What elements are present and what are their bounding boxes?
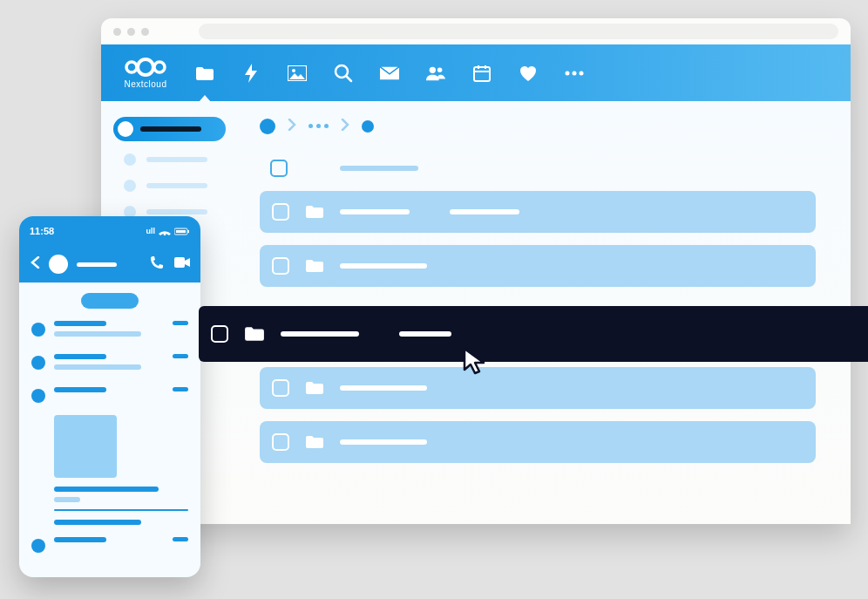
chevron-right-icon — [341, 117, 349, 135]
traffic-maximize[interactable] — [141, 28, 149, 36]
sidebar-primary-action[interactable] — [113, 117, 226, 141]
breadcrumb-current[interactable] — [362, 120, 374, 133]
traffic-close[interactable] — [113, 28, 121, 36]
attachment-caption — [54, 487, 159, 492]
svg-point-17 — [164, 233, 166, 235]
svg-rect-21 — [174, 257, 185, 268]
folder-icon — [244, 326, 265, 342]
folder-icon — [305, 205, 324, 219]
url-bar[interactable] — [199, 24, 838, 39]
nav-activity[interactable] — [241, 64, 261, 83]
attachment-thumbnail[interactable] — [54, 415, 117, 478]
breadcrumb-home[interactable] — [260, 119, 275, 134]
sidebar-dot-icon — [124, 153, 136, 166]
svg-point-9 — [437, 67, 443, 72]
back-icon[interactable] — [30, 256, 40, 272]
chat-attachment[interactable] — [54, 415, 188, 525]
nav-calendar[interactable] — [472, 64, 492, 83]
chat-message[interactable] — [31, 537, 188, 553]
chat-message[interactable] — [31, 387, 188, 403]
sidebar-dot-icon — [124, 180, 136, 192]
file-name — [281, 331, 359, 337]
video-icon[interactable] — [174, 255, 190, 273]
svg-point-8 — [430, 66, 436, 72]
message-text-line — [54, 387, 106, 392]
select-all-checkbox[interactable] — [270, 160, 288, 177]
divider — [54, 509, 188, 511]
browser-titlebar — [101, 18, 851, 44]
file-name — [340, 385, 427, 391]
sidebar-item-1[interactable] — [124, 153, 251, 166]
breadcrumb — [260, 117, 816, 135]
nav-files[interactable] — [195, 64, 214, 83]
row-checkbox[interactable] — [272, 203, 289, 221]
breadcrumb-overflow[interactable] — [309, 124, 329, 128]
svg-point-14 — [566, 71, 570, 75]
chat-title — [77, 262, 117, 267]
avatar — [31, 389, 45, 403]
row-checkbox[interactable] — [272, 257, 289, 275]
row-checkbox[interactable] — [272, 433, 289, 451]
sidebar-item-label — [146, 209, 207, 214]
nav-more[interactable] — [565, 64, 584, 83]
sidebar-primary-dot — [118, 121, 133, 137]
chevron-right-icon — [288, 117, 296, 135]
avatar — [31, 356, 45, 370]
file-row[interactable] — [260, 367, 816, 409]
file-name — [340, 439, 427, 445]
file-meta — [399, 331, 451, 337]
folder-icon — [305, 381, 324, 395]
file-name — [340, 263, 427, 269]
svg-rect-10 — [474, 67, 490, 81]
svg-point-2 — [154, 62, 165, 72]
svg-point-4 — [292, 69, 295, 72]
date-chip — [81, 293, 139, 309]
chat-message[interactable] — [31, 321, 188, 342]
avatar[interactable] — [49, 255, 68, 274]
message-text-line — [54, 331, 141, 337]
message-timestamp — [173, 321, 188, 325]
message-timestamp — [173, 537, 188, 541]
svg-point-0 — [126, 62, 137, 72]
nav-contacts[interactable] — [426, 64, 445, 83]
file-row[interactable] — [260, 421, 816, 463]
column-name-header[interactable] — [340, 166, 418, 171]
phone-signal: ull — [146, 227, 191, 235]
phone-time: 11:58 — [30, 226, 54, 236]
message-text-line — [54, 537, 106, 542]
sidebar-primary-label — [140, 126, 201, 132]
sidebar-item-2[interactable] — [124, 180, 251, 192]
nav-favorites[interactable] — [519, 64, 538, 83]
svg-point-16 — [580, 71, 584, 75]
chat-message[interactable] — [31, 354, 188, 375]
message-timestamp — [173, 387, 188, 391]
avatar — [31, 323, 45, 337]
attachment-meta — [54, 497, 80, 502]
nav-search[interactable] — [334, 64, 353, 83]
folder-icon — [305, 259, 324, 273]
file-meta — [450, 209, 519, 214]
nav-gallery[interactable] — [288, 64, 307, 83]
avatar — [31, 539, 45, 553]
file-row[interactable] — [260, 245, 816, 287]
message-text-line — [54, 354, 106, 359]
call-icon[interactable] — [150, 255, 164, 273]
sidebar-item-label — [146, 183, 207, 188]
app-logo[interactable]: Nextcloud — [123, 57, 168, 89]
row-checkbox[interactable] — [211, 325, 228, 343]
phone-chat-header — [19, 246, 200, 282]
list-header — [270, 160, 816, 177]
svg-point-15 — [573, 71, 577, 75]
row-checkbox[interactable] — [272, 379, 289, 397]
nav-mail[interactable] — [380, 64, 399, 83]
file-row[interactable] — [260, 191, 816, 233]
svg-line-6 — [346, 76, 351, 81]
message-text-line — [54, 321, 106, 326]
svg-point-1 — [138, 59, 153, 75]
sidebar-item-label — [146, 157, 207, 162]
traffic-minimize[interactable] — [127, 28, 135, 36]
file-row-hovered[interactable] — [199, 306, 868, 362]
message-text-line — [54, 364, 141, 370]
app-logo-text: Nextcloud — [125, 79, 167, 89]
file-name — [340, 209, 410, 214]
